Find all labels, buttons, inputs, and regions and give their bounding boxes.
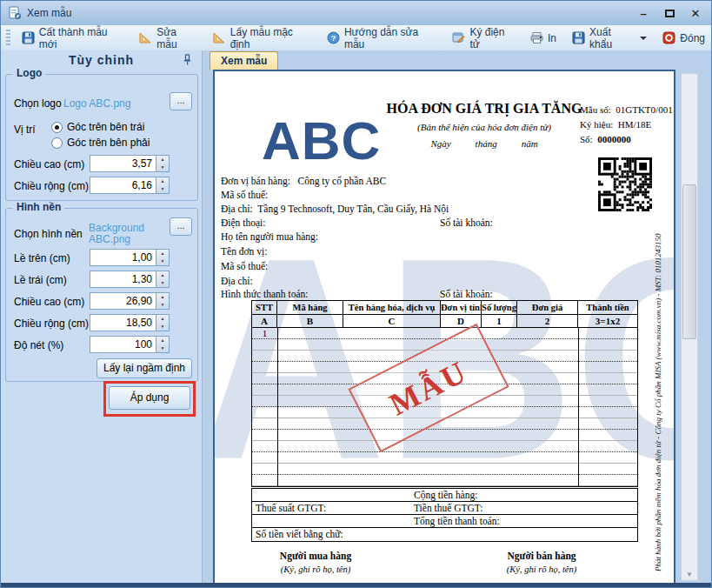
buyer-payment-line: Hình thức thanh toán: Số tài khoản: [221,289,660,299]
sharpness-stepper: ▲▼ [90,336,170,353]
margin-left-stepper: ▲▼ [90,271,170,288]
apply-button[interactable]: Áp dụng [109,386,190,410]
close-app-icon [662,31,675,44]
seller-tax-label: Mã số thuế: [221,190,268,200]
pin-icon[interactable] [182,54,193,65]
close-icon[interactable]: ✕ [689,6,702,20]
radio-icon[interactable] [51,122,63,133]
edit-template-icon [139,31,152,44]
line-total-label: Cộng tiền hàng: [414,489,477,502]
position-option-top-left[interactable]: Góc trên bên trái [51,121,144,133]
background-height-input[interactable] [90,292,156,310]
summary-row: Tổng tiền thanh toán: [252,515,637,528]
spin-up-icon[interactable]: ▲ [156,293,169,301]
print-button[interactable]: In [522,28,564,49]
summary-row: Thuế suất GTGT: Tiền thuế GTGT: [252,502,637,515]
margin-left-input[interactable] [90,271,156,288]
radio-icon[interactable] [51,137,63,149]
spin-down-icon[interactable]: ▼ [156,323,169,331]
save-as-new-template-button[interactable]: Cất thành mẫu mới [14,28,131,49]
buyer-payment-label: Hình thức thanh toán: [221,289,308,299]
buyer-account-label: Số tài khoản: [440,289,493,299]
spin-down-icon[interactable]: ▼ [156,257,169,265]
col-code: 3=1x2 [578,315,637,327]
help-edit-template-button[interactable]: ? Hướng dẫn sửa mẫu [319,28,444,49]
close-window-button[interactable]: Đóng [655,28,712,49]
spin-down-icon[interactable]: ▼ [156,301,169,309]
col-header: Tên hàng hóa, dịch vụ [343,301,441,314]
invoice-paper: ABC ABC HÓA ĐƠN GIÁ TRỊ GIA TĂNG (Bản th… [215,71,674,583]
scroll-down-icon[interactable]: ▼ [682,571,697,578]
serial-label: Ký hiệu: [580,119,613,130]
maximize-icon[interactable] [662,6,676,20]
seller-phone-line: Điện thoại: Số tài khoản: [221,217,660,228]
col-code: 2 [517,315,578,327]
buyer-signature-title: Người mua hàng [242,551,389,561]
form-value: 01GTKT0/001 [616,104,672,115]
buyer-name-line: Họ tên người mua hàng: [221,231,660,242]
vat-rate-label: Thuế suất GTGT: [256,502,326,515]
table-row [252,475,637,486]
buyer-unit-line: Tên đơn vị: [221,246,660,257]
export-button[interactable]: Xuất khẩu [564,28,655,49]
spin-down-icon[interactable]: ▼ [156,164,169,171]
spin-up-icon[interactable]: ▲ [156,337,169,344]
amount-in-words-label: Số tiền viết bằng chữ: [256,528,343,541]
export-icon [572,31,585,44]
save-icon [22,31,35,44]
browse-logo-button[interactable]: ... [170,92,192,110]
xem-mau-window: Xem mẫu – ✕ Cất thành mẫu mới Sửa mẫu [0,0,712,588]
position-option-top-right-label: Góc trên bên phải [67,137,150,149]
summary-row: Số tiền viết bằng chữ: [252,528,637,541]
browse-background-button[interactable]: ... [170,217,192,236]
seller-account-label: Số tài khoản: [440,217,493,228]
spin-down-icon[interactable]: ▼ [156,279,169,287]
logo-width-input[interactable] [90,177,156,194]
table-row [252,441,637,452]
logo-file-link[interactable]: Logo ABC.png [63,97,130,110]
background-height-label: Chiều cao (cm) [14,296,84,308]
table-row [252,430,637,441]
background-width-input[interactable] [90,314,156,331]
col-header: Mã hàng [277,301,343,314]
edit-template-button[interactable]: Sửa mẫu [131,28,205,49]
date-month: tháng [476,138,497,149]
sharpness-input[interactable] [90,336,156,353]
spin-up-icon[interactable]: ▲ [156,156,169,164]
seller-phone-label: Điện thoại: [221,217,265,228]
logo-group-title: Logo [13,67,45,79]
logo-height-stepper: ▲▼ [90,155,170,172]
spin-up-icon[interactable]: ▲ [156,177,169,185]
spin-up-icon[interactable]: ▲ [156,315,169,323]
buyer-address-label: Địa chỉ: [221,276,253,286]
qr-code [598,157,652,211]
background-file-link[interactable]: Background ABC.png [89,223,151,245]
position-option-top-left-label: Góc trên bên trái [67,121,144,133]
spin-down-icon[interactable]: ▼ [156,344,169,352]
title-bar[interactable]: Xem mẫu – ✕ [1,1,712,25]
default-template-button[interactable]: Lấy mẫu mặc định [205,28,319,49]
reset-default-button[interactable]: Lấy lại ngầm định [96,358,192,378]
col-code: B [277,315,343,327]
logo-height-input[interactable] [90,155,156,172]
seller-address-label: Địa chỉ: [221,204,253,214]
logo-group: Logo Chọn logo Logo ABC.png ... Vị trí G… [5,74,198,201]
spin-up-icon[interactable]: ▲ [156,271,169,279]
position-option-top-right[interactable]: Góc trên bên phải [51,137,150,149]
vertical-scrollbar[interactable]: ▼ [681,73,698,581]
scrollbar-thumb[interactable] [682,184,696,339]
spin-up-icon[interactable]: ▲ [156,250,169,257]
logo-height-label: Chiều cao (cm) [14,158,84,170]
tab-xem-mau[interactable]: Xem mẫu [210,51,278,70]
col-code: C [343,315,441,327]
seller-unit-line: Đơn vị bán hàng: Công ty cổ phần ABC [221,176,660,186]
background-group: Hình nền Chọn hình nền Background ABC.pn… [5,208,198,382]
margin-top-input[interactable] [90,249,156,266]
minimize-icon[interactable]: – [636,6,650,20]
digital-sign-button[interactable]: Ký điện tử [444,28,522,49]
spin-down-icon[interactable]: ▼ [156,185,169,193]
buyer-name-label: Họ tên người mua hàng: [221,231,318,242]
choose-background-label: Chọn hình nền [14,228,83,240]
dropdown-caret-icon[interactable] [640,37,647,40]
table-row [252,452,637,464]
